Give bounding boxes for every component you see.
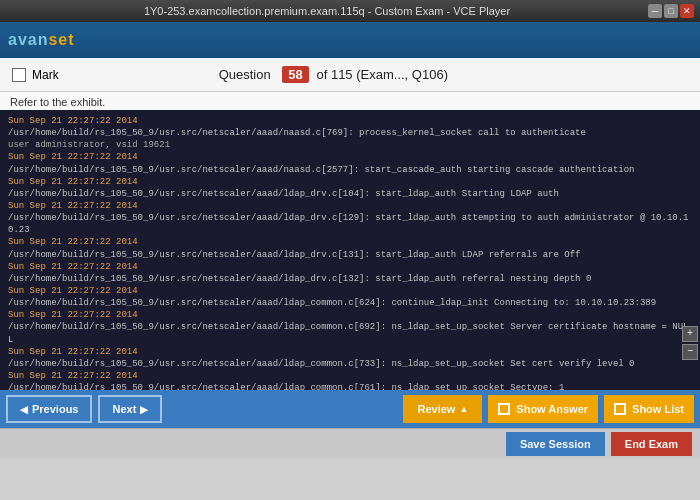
mark-area: Mark [12,68,59,82]
window-controls: ─ □ ✕ [648,4,694,18]
minimize-button[interactable]: ─ [648,4,662,18]
log-content: Sun Sep 21 22:27:22 2014/usr/home/build/… [8,115,692,390]
log-line: Sun Sep 21 22:27:22 2014 [8,115,692,127]
show-list-checkbox-icon [614,403,626,415]
next-button[interactable]: Next ▶ [98,395,162,423]
log-line: /usr/home/build/rs_105_50_9/usr.src/nets… [8,321,692,345]
log-line: Sun Sep 21 22:27:22 2014 [8,200,692,212]
review-dropdown-icon: ▲ [459,404,468,414]
log-line: /usr/home/build/rs_105_50_9/usr.src/nets… [8,273,692,285]
title-bar: 1Y0-253.examcollection.premium.exam.115q… [0,0,700,22]
log-line: /usr/home/build/rs_105_50_9/usr.src/nets… [8,127,692,139]
maximize-button[interactable]: □ [664,4,678,18]
logo-av: avan [8,31,48,48]
show-answer-button[interactable]: Show Answer [488,395,598,423]
log-line: /usr/home/build/rs_105_50_9/usr.src/nets… [8,382,692,390]
mark-checkbox[interactable] [12,68,26,82]
log-line: Sun Sep 21 22:27:22 2014 [8,309,692,321]
previous-button[interactable]: ◀ Previous [6,395,92,423]
show-answer-checkbox-icon [498,403,510,415]
log-line: Sun Sep 21 22:27:22 2014 [8,176,692,188]
logo-set: set [48,31,74,48]
question-header: Mark Question 58 of 115 (Exam..., Q106) [0,58,700,92]
log-line: /usr/home/build/rs_105_50_9/usr.src/nets… [8,188,692,200]
app-header: avanset [0,22,700,58]
bottom-nav: ◀ Previous Next ▶ Review ▲ Show Answer S… [0,390,700,428]
log-line: /usr/home/build/rs_105_50_9/usr.src/nets… [8,297,692,309]
next-arrow-icon: ▶ [140,404,148,415]
log-line: /usr/home/build/rs_105_50_9/usr.src/nets… [8,164,692,176]
scroll-up-button[interactable]: + [682,326,698,342]
log-line: Sun Sep 21 22:27:22 2014 [8,151,692,163]
log-line: Sun Sep 21 22:27:22 2014 [8,261,692,273]
terminal-area[interactable]: Sun Sep 21 22:27:22 2014/usr/home/build/… [0,110,700,390]
close-button[interactable]: ✕ [680,4,694,18]
scrollbar-controls: + − [682,326,698,360]
footer-bar: Save Session End Exam [0,428,700,458]
question-number: 58 [282,66,308,83]
log-line: Sun Sep 21 22:27:22 2014 [8,370,692,382]
show-list-button[interactable]: Show List [604,395,694,423]
log-line: /usr/home/build/rs_105_50_9/usr.src/nets… [8,212,692,236]
end-exam-button[interactable]: End Exam [611,432,692,456]
logo: avanset [8,31,75,49]
save-session-button[interactable]: Save Session [506,432,605,456]
log-line: Sun Sep 21 22:27:22 2014 [8,285,692,297]
log-line: Sun Sep 21 22:27:22 2014 [8,346,692,358]
question-label: Question [219,67,271,82]
scroll-down-button[interactable]: − [682,344,698,360]
log-line: /usr/home/build/rs_105_50_9/usr.src/nets… [8,249,692,261]
prev-arrow-icon: ◀ [20,404,28,415]
log-line: /usr/home/build/rs_105_50_9/usr.src/nets… [8,358,692,370]
log-line: Sun Sep 21 22:27:22 2014 [8,236,692,248]
mark-label: Mark [32,68,59,82]
refer-text: Refer to the exhibit. [0,92,700,110]
question-info: Question 58 of 115 (Exam..., Q106) [219,67,448,82]
question-total: of 115 (Exam..., Q106) [316,67,448,82]
log-line: user administrator, vsid 19621 [8,139,692,151]
review-button[interactable]: Review ▲ [403,395,482,423]
title-text: 1Y0-253.examcollection.premium.exam.115q… [6,5,648,17]
